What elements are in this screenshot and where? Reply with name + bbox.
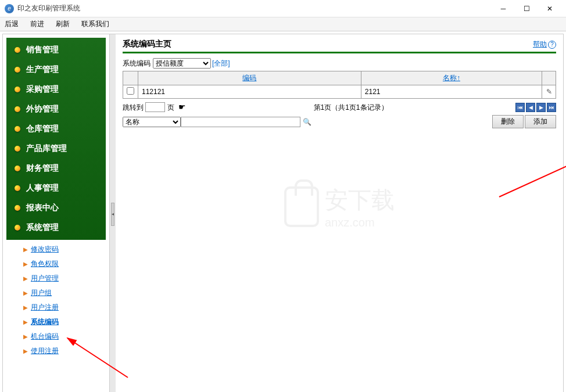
nav-purchase[interactable]: 采购管理 bbox=[6, 80, 106, 99]
arrow-icon: ▶ bbox=[23, 247, 28, 253]
pager-prev[interactable]: ◀ bbox=[526, 103, 535, 112]
arrow-icon: ▶ bbox=[23, 276, 28, 282]
arrow-icon: ▶ bbox=[23, 334, 28, 340]
annotation-arrow bbox=[488, 127, 566, 203]
close-button[interactable]: ✕ bbox=[538, 0, 561, 17]
data-table: 编码 名称↑ 112121 2121 ✎ bbox=[123, 71, 556, 99]
arrow-icon: ▶ bbox=[23, 348, 28, 354]
search-input[interactable] bbox=[181, 117, 300, 127]
bullet-icon bbox=[15, 47, 20, 53]
help-icon: ? bbox=[548, 41, 556, 49]
arrow-icon: ▶ bbox=[23, 305, 28, 311]
bullet-icon bbox=[15, 205, 20, 211]
sub-role[interactable]: ▶角色权限 bbox=[6, 257, 106, 271]
help-link[interactable]: 帮助? bbox=[533, 39, 556, 49]
col-edit bbox=[542, 71, 556, 85]
sub-machine[interactable]: ▶机台编码 bbox=[6, 329, 106, 344]
nav-product[interactable]: 产品库管理 bbox=[6, 139, 106, 159]
nav-warehouse[interactable]: 仓库管理 bbox=[6, 119, 106, 139]
minimize-button[interactable]: ─ bbox=[492, 0, 515, 17]
col-name[interactable]: 名称↑ bbox=[361, 71, 542, 85]
pager-info: 第1页（共1页1条记录） bbox=[186, 103, 515, 113]
maximize-button[interactable]: ☐ bbox=[515, 0, 538, 17]
pager-last[interactable]: ⏭ bbox=[547, 103, 556, 112]
add-button[interactable]: 添加 bbox=[525, 115, 556, 128]
content: 系统编码主页 帮助? 系统编码 授信额度 [全部] 编码 名称↑ 112121 bbox=[116, 34, 563, 392]
filter-select[interactable]: 授信额度 bbox=[153, 58, 211, 69]
hand-icon: ☛ bbox=[178, 102, 186, 112]
sidebar: 销售管理 生产管理 采购管理 外协管理 仓库管理 产品库管理 财务管理 人事管理… bbox=[3, 34, 110, 392]
menu-forward[interactable]: 前进 bbox=[30, 19, 44, 29]
watermark: 安下载 anxz.com bbox=[284, 184, 395, 229]
filter-label: 系统编码 bbox=[123, 59, 151, 69]
delete-button[interactable]: 删除 bbox=[492, 115, 524, 128]
nav-production[interactable]: 生产管理 bbox=[6, 60, 106, 80]
bullet-icon bbox=[15, 126, 20, 132]
edit-icon[interactable]: ✎ bbox=[546, 88, 552, 96]
sub-password[interactable]: ▶修改密码 bbox=[6, 242, 106, 257]
sub-usergroup[interactable]: ▶用户组 bbox=[6, 286, 106, 300]
nav-report[interactable]: 报表中心 bbox=[6, 198, 106, 218]
sub-syscode[interactable]: ▶系统编码 bbox=[6, 315, 106, 329]
cell-code: 112121 bbox=[138, 85, 361, 99]
menu-refresh[interactable]: 刷新 bbox=[56, 19, 70, 29]
app-logo-icon: e bbox=[5, 4, 14, 13]
nav-sales[interactable]: 销售管理 bbox=[6, 40, 106, 60]
svg-line-0 bbox=[499, 131, 566, 197]
splitter-handle-icon: ◂ bbox=[111, 203, 114, 226]
col-checkbox bbox=[123, 71, 138, 85]
sub-user-reg[interactable]: ▶用户注册 bbox=[6, 300, 106, 315]
jump-input[interactable] bbox=[145, 102, 165, 112]
menu-contact[interactable]: 联系我们 bbox=[81, 19, 109, 29]
table-row: 112121 2121 ✎ bbox=[123, 85, 556, 99]
bullet-icon bbox=[15, 106, 20, 112]
pager-first[interactable]: ⏮ bbox=[515, 103, 525, 112]
bullet-icon bbox=[15, 67, 20, 73]
menu-back[interactable]: 后退 bbox=[5, 19, 19, 29]
window-title: 印之友印刷管理系统 bbox=[17, 3, 492, 13]
page-title: 系统编码主页 bbox=[123, 39, 533, 49]
arrow-icon: ▶ bbox=[23, 290, 28, 296]
jump-label: 跳转到 bbox=[123, 103, 144, 112]
row-checkbox[interactable] bbox=[127, 87, 134, 95]
nav-outsource[interactable]: 外协管理 bbox=[6, 99, 106, 119]
bullet-icon bbox=[15, 225, 20, 231]
filter-all-link[interactable]: [全部] bbox=[212, 59, 230, 69]
bullet-icon bbox=[15, 146, 20, 152]
search-field-select[interactable]: 名称 bbox=[123, 117, 181, 127]
pager-next[interactable]: ▶ bbox=[536, 103, 546, 112]
subnav: ▶修改密码 ▶角色权限 ▶用户管理 ▶用户组 ▶用户注册 ▶系统编码 ▶机台编码… bbox=[6, 240, 106, 361]
nav-system[interactable]: 系统管理 bbox=[6, 218, 106, 238]
menubar: 后退 前进 刷新 联系我们 bbox=[0, 17, 566, 31]
bag-icon bbox=[284, 186, 319, 227]
arrow-icon: ▶ bbox=[23, 319, 28, 325]
page-label: 页 bbox=[167, 103, 174, 112]
search-icon[interactable]: 🔍 bbox=[303, 118, 311, 126]
bullet-icon bbox=[15, 185, 20, 191]
arrow-icon: ▶ bbox=[23, 261, 28, 267]
bullet-icon bbox=[15, 166, 20, 171]
nav-hr[interactable]: 人事管理 bbox=[6, 178, 106, 198]
sub-use-reg[interactable]: ▶使用注册 bbox=[6, 344, 106, 358]
cell-name: 2121 bbox=[361, 85, 542, 99]
col-code[interactable]: 编码 bbox=[138, 71, 361, 85]
nav-finance[interactable]: 财务管理 bbox=[6, 159, 106, 178]
bullet-icon bbox=[15, 87, 20, 92]
splitter[interactable]: ◂ bbox=[110, 34, 116, 392]
sub-user-mgmt[interactable]: ▶用户管理 bbox=[6, 271, 106, 286]
